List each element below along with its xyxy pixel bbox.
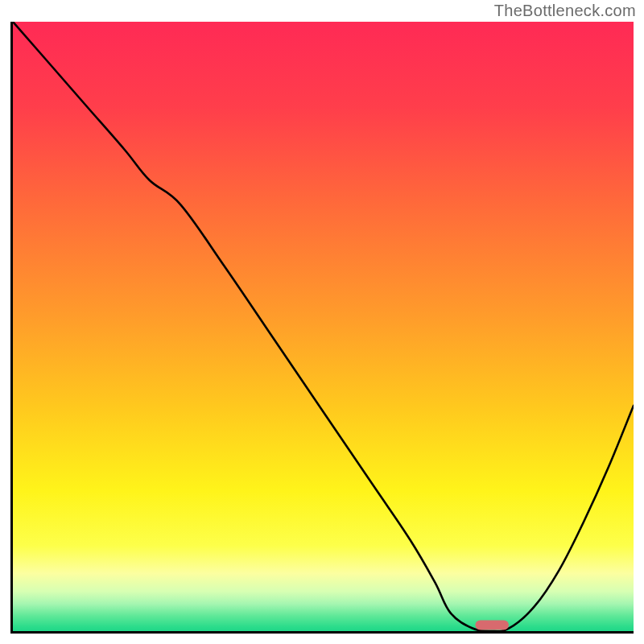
attribution-label: TheBottleneck.com	[494, 2, 636, 20]
axes	[10, 22, 634, 634]
chart-container: TheBottleneck.com	[0, 0, 644, 644]
